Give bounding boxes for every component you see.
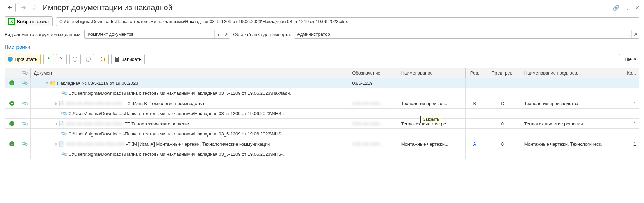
cell-prevname [521, 149, 622, 159]
file-path-text: C:\Users\bigma\Downloads\Папка с тестовы… [68, 131, 287, 136]
more-vertical-icon[interactable]: ⋮ [624, 5, 630, 11]
table-row[interactable]: 📎 C:\Users\bigma\Downloads\Папка с тесто… [5, 88, 639, 98]
settings-link[interactable]: Настройки [0, 41, 644, 52]
cell-desig [349, 149, 398, 159]
cell-rev [466, 149, 484, 159]
add-item-button[interactable] [43, 54, 54, 64]
desig-blur: XXX-XX-XXX... [352, 121, 383, 126]
cell-name [398, 149, 466, 159]
cell-attach [19, 129, 31, 139]
cell-attach [19, 88, 31, 98]
expand-button[interactable]: + [83, 54, 94, 64]
collapse-icon[interactable]: ⊖ [46, 81, 48, 85]
cell-rev [466, 88, 484, 98]
cell-status: + [5, 119, 19, 128]
collapse-button[interactable]: − [69, 54, 81, 64]
file-path-input[interactable]: C:\Users\bigma\Downloads\Папка с тестовы… [56, 17, 639, 26]
col-quantity[interactable]: Ко... [622, 68, 639, 78]
cell-qty [622, 149, 639, 159]
grid-body: +📎⊖ 📁 Накладная № 03/5-1219 от 19.06.202… [5, 78, 639, 159]
cell-prev [484, 108, 521, 118]
choose-file-button[interactable]: X Выбрать файл [5, 16, 53, 26]
table-row[interactable]: +📎⊖ 📄 XXX-XX-XXX-XXX-XX-XXX-ТХ [Изм. B] … [5, 98, 639, 108]
table-row[interactable]: 📎 C:\Users\bigma\Downloads\Папка с тесто… [5, 129, 639, 139]
cell-status [5, 129, 19, 139]
cell-rev: B [466, 98, 484, 108]
cell-status [5, 149, 19, 159]
file-path-text: C:\Users\bigma\Downloads\Папка с тестовы… [68, 152, 287, 157]
cell-status: + [5, 139, 19, 149]
cell-name [398, 88, 466, 98]
cell-document: 📎 C:\Users\bigma\Downloads\Папка с тесто… [31, 88, 349, 98]
cell-prevname [521, 129, 622, 139]
add-icon [48, 59, 49, 59]
collapse-icon[interactable]: ⊖ [54, 102, 57, 105]
cell-attach: 📎 [19, 139, 31, 149]
parameters-row: Вид элемента загружаемых данных: Комплек… [0, 28, 644, 41]
open-dialog-icon[interactable]: ↗ [222, 30, 230, 38]
choose-file-label: Выбрать файл [17, 19, 49, 24]
col-attach[interactable]: 📎 [19, 68, 31, 78]
cell-attach: 📎 [19, 98, 31, 108]
collapse-icon[interactable]: ⊖ [54, 142, 57, 146]
data-grid: 📎 Документ Обозначение Наименование Рев.… [5, 68, 639, 159]
add-status-icon: + [9, 80, 14, 85]
tree-view-button[interactable]: 🗂 [97, 54, 109, 64]
cell-prevname: Технология производства [521, 98, 622, 108]
doc-text: -ТХ [Изм. B] Технология производства [123, 101, 204, 106]
more-label: Еще [622, 57, 632, 62]
cell-rev [466, 119, 484, 128]
nav-forward-button[interactable] [18, 3, 29, 12]
toolbar: Прочитать − + 🗂 Записать Еще ▾ [0, 52, 644, 68]
col-revision[interactable]: Рев. [466, 68, 484, 78]
open-dialog-icon[interactable]: ↗ [631, 30, 639, 38]
read-button[interactable]: Прочитать [5, 54, 41, 64]
gear-icon [8, 57, 13, 62]
cell-prev: 0 [484, 139, 521, 149]
link-icon[interactable]: 🔗 [612, 5, 619, 11]
col-prev-name[interactable]: Наименование пред. рев. [521, 68, 622, 78]
cell-qty: 1 [622, 139, 639, 149]
table-row[interactable]: +📎⊖ 📄 XXX-XX-XXX-XXX-XX-XXX-ТТ Теплотехн… [5, 119, 639, 129]
grid-header: 📎 Документ Обозначение Наименование Рев.… [5, 68, 639, 78]
cell-prev [484, 149, 521, 159]
close-icon[interactable]: ✕ [635, 5, 639, 11]
col-designation[interactable]: Обозначение [349, 68, 398, 78]
dest-label: Объект/папка для импорта: [233, 32, 291, 37]
more-button[interactable]: Еще ▾ [619, 54, 639, 64]
chevron-down-icon: ▾ [634, 57, 636, 62]
table-row[interactable]: 📎 C:\Users\bigma\Downloads\Папка с тесто… [5, 108, 639, 119]
col-document[interactable]: Документ [31, 68, 349, 78]
ellipsis-icon[interactable]: … [624, 30, 631, 38]
col-prev-revision[interactable]: Пред. рев. [484, 68, 521, 78]
cell-name: Технология произво... [398, 98, 466, 108]
cell-document: 📎 C:\Users\bigma\Downloads\Папка с тесто… [31, 108, 349, 118]
cell-prev [484, 78, 521, 88]
col-name[interactable]: Наименование [398, 68, 466, 78]
code-blur: XXX-XX-XXX-XXX-XX-XXX [66, 121, 122, 126]
chevron-down-icon[interactable]: ▾ [214, 30, 222, 38]
save-button[interactable]: Записать [111, 54, 145, 64]
cell-rev [466, 108, 484, 118]
cell-prev: C [484, 98, 521, 108]
view-type-combo[interactable]: Комплект документов ▾ ↗ [84, 30, 230, 39]
table-row[interactable]: 📎 C:\Users\bigma\Downloads\Папка с тесто… [5, 149, 639, 159]
view-type-value: Комплект документов [85, 30, 214, 38]
cell-prevname [521, 78, 622, 88]
paperclip-icon: 📎 [60, 90, 68, 97]
document-icon: 📄 [59, 141, 64, 147]
collapse-icon[interactable]: ⊖ [54, 122, 57, 126]
paperclip-icon: 📎 [60, 130, 68, 138]
favorite-icon[interactable]: ☆ [31, 3, 38, 12]
dest-combo[interactable]: Администратор … ↗ [294, 30, 639, 39]
tree-icon: 🗂 [100, 56, 105, 62]
cell-desig [349, 108, 398, 118]
col-status[interactable] [5, 68, 19, 78]
cell-prev [484, 129, 521, 139]
cell-document: ⊖ 📄 XXX-XX-XXX-XXX-XXX-XXX-ТКМ [Изм. A] … [31, 139, 349, 149]
table-row[interactable]: +📎⊖ 📄 XXX-XX-XXX-XXX-XXX-XXX-ТКМ [Изм. A… [5, 139, 639, 149]
table-row[interactable]: +📎⊖ 📁 Накладная № 03/5-1219 от 19.06.202… [5, 78, 639, 88]
delete-item-button[interactable] [56, 54, 67, 64]
cell-attach [19, 149, 31, 159]
nav-back-button[interactable] [5, 3, 16, 12]
